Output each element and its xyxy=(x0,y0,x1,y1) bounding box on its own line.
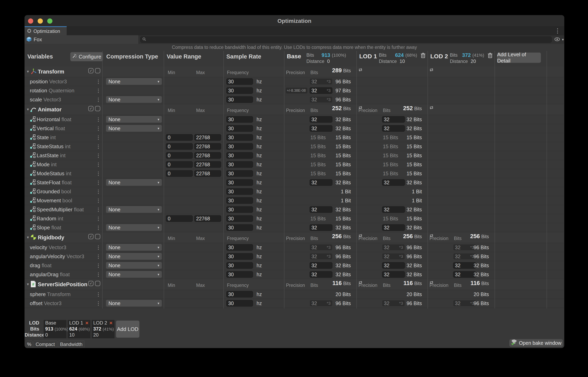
frequency[interactable] xyxy=(226,300,253,306)
frequency[interactable] xyxy=(226,125,253,132)
open-bake-window-button[interactable]: Open bake window xyxy=(509,339,563,347)
bits-field[interactable] xyxy=(382,179,405,186)
foldout-icon[interactable]: ▼ xyxy=(26,236,30,240)
bits-field[interactable] xyxy=(382,224,405,231)
frequency-input[interactable] xyxy=(228,117,251,122)
frequency-input[interactable] xyxy=(228,153,251,158)
bits-field[interactable]: *3 xyxy=(382,300,405,306)
bits-field[interactable] xyxy=(382,116,405,123)
bits-field[interactable]: *3 xyxy=(382,253,405,259)
bits-field[interactable] xyxy=(382,271,405,278)
bits-field[interactable]: *3 xyxy=(310,87,332,94)
compression-dropdown[interactable]: None▾ xyxy=(106,179,162,186)
frequency[interactable] xyxy=(226,291,253,297)
row-menu-icon[interactable]: ⋮ xyxy=(96,300,101,306)
compression-dropdown[interactable]: None▾ xyxy=(106,116,162,123)
bits-field[interactable]: *3 xyxy=(310,78,332,85)
bits-field-input[interactable] xyxy=(455,254,469,259)
bits-field-input[interactable] xyxy=(384,300,398,306)
range-max-input[interactable] xyxy=(196,216,219,222)
bits-field-input[interactable] xyxy=(455,272,474,277)
remove-lod-icon[interactable]: ✕ xyxy=(109,321,113,325)
frequency-input[interactable] xyxy=(228,144,251,149)
bits-field[interactable]: *3 xyxy=(310,96,332,103)
row-menu-icon[interactable]: ⋮ xyxy=(96,292,101,297)
row-menu-icon[interactable]: ⋮ xyxy=(96,272,101,277)
add-lod-button[interactable]: Add LOD xyxy=(116,320,139,338)
bits-field[interactable] xyxy=(310,206,332,213)
frequency-input[interactable] xyxy=(228,97,251,103)
compression-dropdown[interactable]: None▾ xyxy=(106,253,162,260)
frequency-input[interactable] xyxy=(228,79,251,84)
foldout-icon[interactable]: ▼ xyxy=(26,107,30,112)
compression-dropdown[interactable]: None▾ xyxy=(106,271,162,278)
compression-dropdown[interactable]: None▾ xyxy=(106,224,162,231)
frequency[interactable] xyxy=(226,271,253,278)
bits-field-input[interactable] xyxy=(384,254,398,259)
row-menu-icon[interactable]: ⋮ xyxy=(96,171,101,177)
bits-field-input[interactable] xyxy=(384,225,403,231)
frequency[interactable] xyxy=(226,197,253,204)
bits-field[interactable]: *3 xyxy=(382,244,405,251)
frequency[interactable] xyxy=(226,134,253,141)
bits-field-input[interactable] xyxy=(384,180,403,186)
range-min-input[interactable] xyxy=(168,153,191,158)
add-level-of-detail-button[interactable]: Add Level of Detail xyxy=(497,52,541,63)
frequency-input[interactable] xyxy=(228,263,251,268)
row-menu-icon[interactable]: ⋮ xyxy=(96,189,101,195)
compression-dropdown[interactable]: None▾ xyxy=(106,78,162,85)
compression-dropdown[interactable]: None▾ xyxy=(106,96,162,103)
lod-distance-value[interactable]: 0 xyxy=(327,59,330,64)
bits-field-input[interactable] xyxy=(311,126,331,131)
bits-field-input[interactable] xyxy=(384,272,403,277)
frequency-input[interactable] xyxy=(228,198,251,203)
summary-distance[interactable]: 10 xyxy=(69,332,75,338)
section-sync-toggle[interactable]: ✓ xyxy=(88,281,93,286)
precision-field[interactable]: +/-8.38E-08 xyxy=(286,87,308,94)
frequency-input[interactable] xyxy=(228,272,251,277)
foldout-icon[interactable]: ▼ xyxy=(26,70,30,74)
bits-field[interactable] xyxy=(382,125,405,132)
row-menu-icon[interactable]: ⋮ xyxy=(96,225,101,231)
tab-optimization[interactable]: Optimization xyxy=(25,26,67,35)
range-max-input[interactable] xyxy=(196,171,219,177)
bits-field-input[interactable] xyxy=(311,245,326,250)
range-min[interactable] xyxy=(166,152,193,159)
frequency[interactable] xyxy=(226,170,253,177)
search-field[interactable] xyxy=(140,36,552,43)
range-max[interactable] xyxy=(194,215,221,222)
lod-distance-value[interactable]: 10 xyxy=(399,59,405,64)
search-input[interactable] xyxy=(148,37,552,42)
bandwidth-toggle-button[interactable]: Bandwidth xyxy=(58,340,85,348)
bits-field-input[interactable] xyxy=(311,225,331,231)
frequency-input[interactable] xyxy=(228,162,251,167)
row-menu-icon[interactable]: ⋮ xyxy=(96,254,101,259)
row-menu-icon[interactable]: ⋮ xyxy=(96,135,101,141)
lod-distance-value[interactable]: 20 xyxy=(471,59,476,64)
range-min-input[interactable] xyxy=(168,144,191,149)
row-menu-icon[interactable]: ⋮ xyxy=(96,144,101,149)
frequency-input[interactable] xyxy=(228,225,251,231)
range-max[interactable] xyxy=(194,152,221,159)
range-max[interactable] xyxy=(194,134,221,141)
frequency-input[interactable] xyxy=(228,245,251,250)
bits-field[interactable]: *3 xyxy=(453,253,476,259)
section-predict-toggle[interactable] xyxy=(95,234,100,239)
percent-toggle-button[interactable]: % xyxy=(26,340,33,348)
bits-field-input[interactable] xyxy=(311,79,326,84)
range-min-input[interactable] xyxy=(168,135,191,141)
row-menu-icon[interactable]: ⋮ xyxy=(96,153,101,158)
compact-toggle-button[interactable]: Compact xyxy=(33,340,57,348)
frequency-input[interactable] xyxy=(228,300,251,306)
bits-field[interactable] xyxy=(310,224,332,231)
trash-icon[interactable] xyxy=(487,52,493,59)
frequency[interactable] xyxy=(226,96,253,103)
compression-dropdown[interactable]: None▾ xyxy=(106,206,162,213)
bits-field[interactable]: *3 xyxy=(310,300,332,306)
frequency[interactable] xyxy=(226,206,253,213)
section-sync-toggle[interactable]: ✓ xyxy=(88,106,93,111)
row-menu-icon[interactable]: ⋮ xyxy=(96,180,101,186)
bits-field-input[interactable] xyxy=(384,117,403,122)
frequency[interactable] xyxy=(226,87,253,94)
frequency[interactable] xyxy=(226,179,253,186)
